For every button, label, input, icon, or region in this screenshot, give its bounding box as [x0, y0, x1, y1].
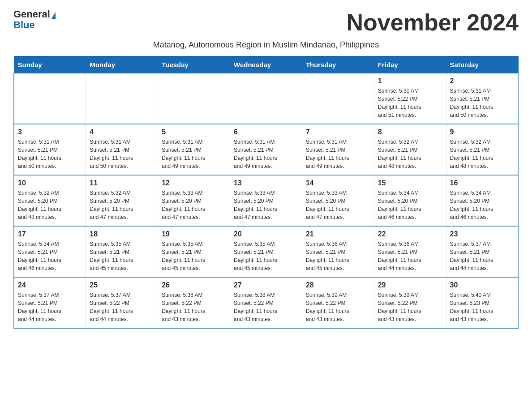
- day-info: Sunrise: 5:37 AM Sunset: 5:21 PM Dayligh…: [450, 240, 514, 272]
- day-number: 17: [18, 230, 82, 238]
- day-number: 2: [450, 77, 514, 85]
- day-info: Sunrise: 5:35 AM Sunset: 5:21 PM Dayligh…: [162, 240, 226, 272]
- calendar-cell: 19Sunrise: 5:35 AM Sunset: 5:21 PM Dayli…: [158, 226, 230, 277]
- month-title: November 2024: [347, 9, 519, 36]
- logo-general-text: General: [13, 9, 56, 20]
- calendar-cell: 17Sunrise: 5:34 AM Sunset: 5:21 PM Dayli…: [14, 226, 86, 277]
- day-info: Sunrise: 5:37 AM Sunset: 5:21 PM Dayligh…: [18, 291, 82, 323]
- day-info: Sunrise: 5:36 AM Sunset: 5:21 PM Dayligh…: [378, 240, 442, 272]
- calendar-cell: 28Sunrise: 5:39 AM Sunset: 5:22 PM Dayli…: [302, 277, 374, 328]
- day-info: Sunrise: 5:33 AM Sunset: 5:20 PM Dayligh…: [234, 189, 298, 221]
- logo-blue-text: Blue: [13, 20, 56, 30]
- day-number: 22: [378, 230, 442, 238]
- calendar-cell: 9Sunrise: 5:32 AM Sunset: 5:21 PM Daylig…: [446, 124, 518, 175]
- day-info: Sunrise: 5:33 AM Sunset: 5:20 PM Dayligh…: [306, 189, 370, 221]
- day-number: 27: [234, 281, 298, 289]
- day-number: 23: [450, 230, 514, 238]
- day-number: 9: [450, 128, 514, 136]
- calendar-cell: 27Sunrise: 5:38 AM Sunset: 5:22 PM Dayli…: [230, 277, 302, 328]
- day-info: Sunrise: 5:31 AM Sunset: 5:21 PM Dayligh…: [90, 138, 154, 170]
- calendar-week-row: 17Sunrise: 5:34 AM Sunset: 5:21 PM Dayli…: [14, 226, 518, 277]
- calendar-cell: 24Sunrise: 5:37 AM Sunset: 5:21 PM Dayli…: [14, 277, 86, 328]
- calendar-cell: 20Sunrise: 5:35 AM Sunset: 5:21 PM Dayli…: [230, 226, 302, 277]
- day-info: Sunrise: 5:31 AM Sunset: 5:21 PM Dayligh…: [450, 87, 514, 119]
- weekday-header-friday: Friday: [374, 56, 446, 73]
- day-info: Sunrise: 5:32 AM Sunset: 5:21 PM Dayligh…: [450, 138, 514, 170]
- calendar-cell: 26Sunrise: 5:38 AM Sunset: 5:22 PM Dayli…: [158, 277, 230, 328]
- calendar-cell: 14Sunrise: 5:33 AM Sunset: 5:20 PM Dayli…: [302, 175, 374, 226]
- calendar-week-row: 24Sunrise: 5:37 AM Sunset: 5:21 PM Dayli…: [14, 277, 518, 328]
- calendar-cell: 23Sunrise: 5:37 AM Sunset: 5:21 PM Dayli…: [446, 226, 518, 277]
- day-info: Sunrise: 5:40 AM Sunset: 5:23 PM Dayligh…: [450, 291, 514, 323]
- calendar-cell: [230, 73, 302, 124]
- day-number: 18: [90, 230, 154, 238]
- day-info: Sunrise: 5:30 AM Sunset: 5:22 PM Dayligh…: [378, 87, 442, 119]
- day-number: 16: [450, 179, 514, 187]
- calendar-cell: [302, 73, 374, 124]
- calendar-cell: 3Sunrise: 5:31 AM Sunset: 5:21 PM Daylig…: [14, 124, 86, 175]
- calendar-cell: 13Sunrise: 5:33 AM Sunset: 5:20 PM Dayli…: [230, 175, 302, 226]
- day-info: Sunrise: 5:31 AM Sunset: 5:21 PM Dayligh…: [18, 138, 82, 170]
- day-number: 15: [378, 179, 442, 187]
- calendar-cell: [86, 73, 158, 124]
- calendar-week-row: 1Sunrise: 5:30 AM Sunset: 5:22 PM Daylig…: [14, 73, 518, 124]
- calendar-cell: 30Sunrise: 5:40 AM Sunset: 5:23 PM Dayli…: [446, 277, 518, 328]
- calendar-cell: 21Sunrise: 5:36 AM Sunset: 5:21 PM Dayli…: [302, 226, 374, 277]
- day-number: 6: [234, 128, 298, 136]
- calendar-cell: 18Sunrise: 5:35 AM Sunset: 5:21 PM Dayli…: [86, 226, 158, 277]
- calendar-cell: 12Sunrise: 5:33 AM Sunset: 5:20 PM Dayli…: [158, 175, 230, 226]
- weekday-header-monday: Monday: [86, 56, 158, 73]
- day-info: Sunrise: 5:31 AM Sunset: 5:21 PM Dayligh…: [234, 138, 298, 170]
- day-number: 1: [378, 77, 442, 85]
- calendar-cell: 2Sunrise: 5:31 AM Sunset: 5:21 PM Daylig…: [446, 73, 518, 124]
- day-info: Sunrise: 5:33 AM Sunset: 5:20 PM Dayligh…: [162, 189, 226, 221]
- header: General Blue November 2024: [13, 9, 519, 36]
- day-number: 11: [90, 179, 154, 187]
- day-number: 21: [306, 230, 370, 238]
- day-info: Sunrise: 5:32 AM Sunset: 5:20 PM Dayligh…: [18, 189, 82, 221]
- weekday-header-saturday: Saturday: [446, 56, 518, 73]
- day-number: 7: [306, 128, 370, 136]
- calendar-cell: 16Sunrise: 5:34 AM Sunset: 5:20 PM Dayli…: [446, 175, 518, 226]
- calendar-cell: 25Sunrise: 5:37 AM Sunset: 5:22 PM Dayli…: [86, 277, 158, 328]
- day-info: Sunrise: 5:34 AM Sunset: 5:20 PM Dayligh…: [450, 189, 514, 221]
- calendar-cell: [158, 73, 230, 124]
- day-number: 10: [18, 179, 82, 187]
- day-info: Sunrise: 5:31 AM Sunset: 5:21 PM Dayligh…: [162, 138, 226, 170]
- day-info: Sunrise: 5:31 AM Sunset: 5:21 PM Dayligh…: [306, 138, 370, 170]
- day-number: 14: [306, 179, 370, 187]
- calendar-cell: 11Sunrise: 5:32 AM Sunset: 5:20 PM Dayli…: [86, 175, 158, 226]
- day-number: 19: [162, 230, 226, 238]
- calendar-week-row: 10Sunrise: 5:32 AM Sunset: 5:20 PM Dayli…: [14, 175, 518, 226]
- day-info: Sunrise: 5:38 AM Sunset: 5:22 PM Dayligh…: [162, 291, 226, 323]
- day-number: 8: [378, 128, 442, 136]
- day-info: Sunrise: 5:38 AM Sunset: 5:22 PM Dayligh…: [234, 291, 298, 323]
- day-info: Sunrise: 5:39 AM Sunset: 5:22 PM Dayligh…: [306, 291, 370, 323]
- day-info: Sunrise: 5:35 AM Sunset: 5:21 PM Dayligh…: [90, 240, 154, 272]
- calendar-cell: 1Sunrise: 5:30 AM Sunset: 5:22 PM Daylig…: [374, 73, 446, 124]
- calendar-week-row: 3Sunrise: 5:31 AM Sunset: 5:21 PM Daylig…: [14, 124, 518, 175]
- calendar-cell: 4Sunrise: 5:31 AM Sunset: 5:21 PM Daylig…: [86, 124, 158, 175]
- day-info: Sunrise: 5:35 AM Sunset: 5:21 PM Dayligh…: [234, 240, 298, 272]
- subtitle: Matanog, Autonomous Region in Muslim Min…: [13, 40, 519, 50]
- day-number: 26: [162, 281, 226, 289]
- day-info: Sunrise: 5:34 AM Sunset: 5:21 PM Dayligh…: [18, 240, 82, 272]
- calendar-cell: 29Sunrise: 5:39 AM Sunset: 5:22 PM Dayli…: [374, 277, 446, 328]
- day-number: 24: [18, 281, 82, 289]
- day-number: 3: [18, 128, 82, 136]
- day-number: 20: [234, 230, 298, 238]
- calendar-cell: [14, 73, 86, 124]
- calendar-table: SundayMondayTuesdayWednesdayThursdayFrid…: [13, 56, 519, 329]
- weekday-header-thursday: Thursday: [302, 56, 374, 73]
- day-number: 13: [234, 179, 298, 187]
- day-number: 30: [450, 281, 514, 289]
- day-info: Sunrise: 5:34 AM Sunset: 5:20 PM Dayligh…: [378, 189, 442, 221]
- logo: General Blue: [13, 9, 56, 30]
- weekday-header-row: SundayMondayTuesdayWednesdayThursdayFrid…: [14, 56, 518, 73]
- day-info: Sunrise: 5:32 AM Sunset: 5:20 PM Dayligh…: [90, 189, 154, 221]
- day-number: 29: [378, 281, 442, 289]
- calendar-cell: 10Sunrise: 5:32 AM Sunset: 5:20 PM Dayli…: [14, 175, 86, 226]
- day-info: Sunrise: 5:39 AM Sunset: 5:22 PM Dayligh…: [378, 291, 442, 323]
- weekday-header-wednesday: Wednesday: [230, 56, 302, 73]
- calendar-cell: 8Sunrise: 5:32 AM Sunset: 5:21 PM Daylig…: [374, 124, 446, 175]
